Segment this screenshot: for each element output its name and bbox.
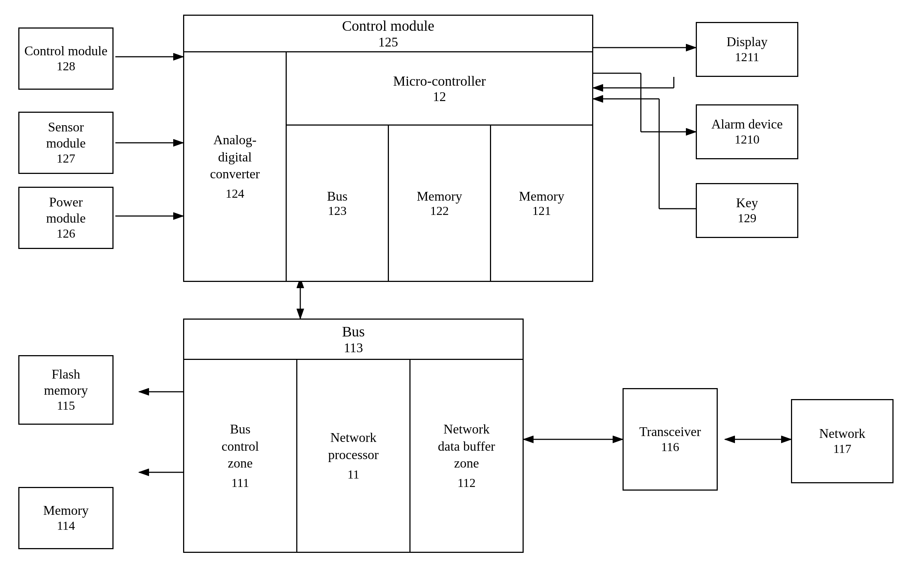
bus-control-zone-111-box: Buscontrolzone 111 [184,360,297,552]
memory-122-box: Memory 122 [389,126,491,281]
microcontroller-12-label: Micro-controller [393,73,486,89]
key-129-box: Key 129 [696,183,798,238]
control-module-125-label: Control module [342,17,434,34]
sensor-module-127-label: Sensormodule [46,120,86,151]
sensor-module-127-box: Sensormodule 127 [18,111,113,174]
power-module-126-box: Powermodule 126 [18,187,113,249]
control-module-125-title: Control module 125 [184,16,592,52]
network-117-number: 117 [833,441,852,457]
power-module-126-label: Powermodule [46,194,86,226]
adc-124-label: Analog-digitalconverter [210,131,260,183]
bus-123-box: Bus 123 [287,126,389,281]
memory-114-box: Memory 114 [18,487,113,549]
key-129-number: 129 [738,211,756,226]
network-data-buffer-112-label: Networkdata bufferzone [438,421,495,472]
flash-memory-115-label: Flashmemory [44,367,88,398]
flash-memory-115-number: 115 [57,398,75,414]
key-129-label: Key [736,195,758,211]
adc-124-box: Analog-digitalconverter 124 [184,52,287,281]
control-module-128-box: Control module 128 [18,27,113,90]
transceiver-116-number: 116 [661,440,679,455]
transceiver-116-label: Transceiver [639,424,701,440]
network-processor-11-number: 11 [348,467,360,483]
bus-control-zone-111-label: Buscontrolzone [221,421,259,472]
display-1211-box: Display 1211 [696,22,798,77]
control-module-125-outer: Control module 125 Analog-digitalconvert… [183,15,593,282]
flash-memory-115-box: Flashmemory 115 [18,355,113,425]
memory-122-label: Memory [417,189,462,204]
control-module-125-number: 125 [378,34,398,50]
memory-121-number: 121 [532,204,551,218]
bus-123-label: Bus [327,189,348,204]
network-117-label: Network [819,426,865,441]
network-processor-11-box: Networkprocessor 11 [297,360,411,552]
adc-124-number: 124 [226,186,244,202]
display-1211-label: Display [727,34,768,50]
bus-113-label: Bus [342,323,365,340]
memory-114-number: 114 [57,519,75,533]
bus-113-number: 113 [344,340,363,355]
power-module-126-number: 126 [57,226,76,241]
alarm-device-1210-number: 1210 [735,132,760,147]
microcontroller-12-number: 12 [433,89,446,104]
bus-113-outer: Bus 113 Buscontrolzone 111 Networkproces… [183,318,524,553]
memory-121-box: Memory 121 [491,126,592,281]
sensor-module-127-number: 127 [57,151,76,166]
bus-control-zone-111-number: 111 [231,475,249,491]
control-module-128-number: 128 [57,59,76,74]
transceiver-116-box: Transceiver 116 [622,388,718,491]
memory-114-label: Memory [43,503,89,519]
alarm-device-1210-label: Alarm device [711,116,783,132]
network-processor-11-label: Networkprocessor [328,429,379,464]
memory-121-label: Memory [519,189,564,204]
memory-122-number: 122 [430,204,449,218]
bus-113-title: Bus 113 [184,320,522,360]
network-data-buffer-112-number: 112 [457,475,476,491]
bus-123-number: 123 [328,204,347,218]
network-data-buffer-112-box: Networkdata bufferzone 112 [411,360,522,552]
network-117-box: Network 117 [791,399,894,483]
control-module-128-label: Control module [24,43,108,59]
alarm-device-1210-box: Alarm device 1210 [696,104,798,159]
display-1211-number: 1211 [735,50,760,65]
microcontroller-12-header: Micro-controller 12 [287,52,592,126]
